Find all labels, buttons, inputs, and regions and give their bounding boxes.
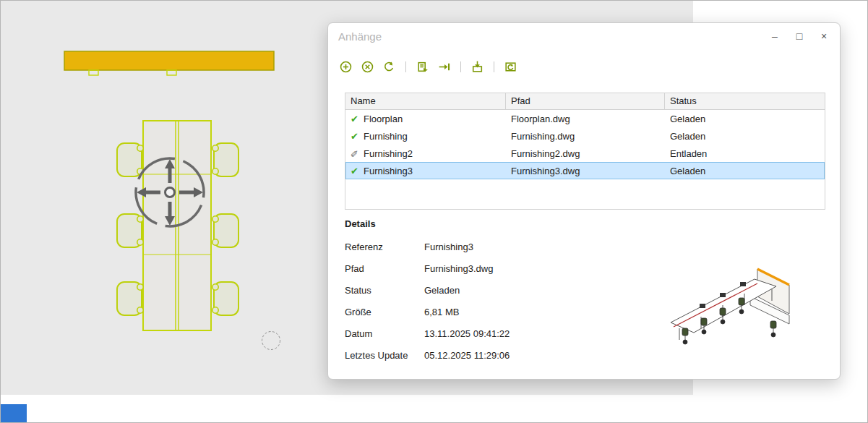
open-button[interactable] <box>416 60 429 74</box>
chair-entity[interactable] <box>117 143 143 176</box>
detail-row: Pfad Furnishing3.dwg <box>345 257 510 279</box>
detail-row: Größe 6,81 MB <box>345 301 510 322</box>
unloaded-icon: ✎ <box>349 148 360 159</box>
attachment-name: Floorplan <box>364 114 403 124</box>
unload-icon <box>437 60 451 74</box>
table-row[interactable]: ✔ Furnishing Furnishing.dwg Geladen <box>345 127 825 145</box>
sideboard-foot <box>89 70 98 75</box>
detail-label: Größe <box>345 307 424 317</box>
attachment-status: Entladen <box>665 148 825 159</box>
maximize-button[interactable]: □ <box>794 30 805 43</box>
detail-value: 05.12.2025 11:29:06 <box>424 350 510 361</box>
application-window: Anhänge – □ × <box>0 0 868 423</box>
attachment-path: Furnishing3.dwg <box>506 166 665 176</box>
reload-all-button[interactable] <box>504 60 517 74</box>
attachment-status: Geladen <box>665 166 825 176</box>
loaded-check-icon: ✔ <box>348 114 361 124</box>
table-row[interactable]: ✎ Furnishing2 Furnishing2.dwg Entladen <box>345 145 825 162</box>
unload-button[interactable] <box>437 60 451 74</box>
detail-label: Referenz <box>345 242 424 252</box>
close-button[interactable]: × <box>818 30 830 43</box>
attachment-preview-thumbnail <box>665 240 806 359</box>
attachment-name: Furnishing2 <box>364 148 413 159</box>
table-header: Name Pfad Status <box>345 93 825 110</box>
attachments-table: Name Pfad Status ✔ Floorplan Floorplan.d… <box>345 93 825 210</box>
sideboard-entity[interactable] <box>64 51 274 70</box>
attach-button[interactable] <box>339 60 353 74</box>
attachment-status: Geladen <box>665 131 825 142</box>
detach-icon <box>361 60 374 74</box>
detail-label: Status <box>345 285 424 296</box>
detail-row: Referenz Furnishing3 <box>345 236 510 257</box>
reload-all-icon <box>504 60 517 74</box>
detail-row: Status Geladen <box>345 279 510 301</box>
loaded-check-icon: ✔ <box>348 166 361 176</box>
window-controls: – □ × <box>769 30 830 43</box>
open-icon <box>416 60 429 74</box>
details-panel: Referenz Furnishing3 Pfad Furnishing3.dw… <box>345 236 510 366</box>
chair-entity[interactable] <box>212 143 239 176</box>
column-header-name[interactable]: Name <box>345 93 506 109</box>
update-icon <box>470 60 484 74</box>
chair-entity[interactable] <box>212 282 239 315</box>
toolbar-divider <box>494 61 494 72</box>
toolbar-divider <box>460 61 461 72</box>
detail-label: Letztes Update <box>345 350 424 361</box>
update-button[interactable] <box>470 60 484 74</box>
attach-icon <box>339 60 353 74</box>
detail-value: 6,81 MB <box>424 307 459 317</box>
reload-icon <box>382 60 396 74</box>
detail-row: Datum 13.11.2025 09:41:22 <box>345 322 510 344</box>
minimize-button[interactable]: – <box>769 30 781 43</box>
detail-label: Pfad <box>345 263 424 274</box>
attachment-name: Furnishing3 <box>364 166 413 176</box>
chair-entity[interactable] <box>212 214 239 247</box>
table-row-selected[interactable]: ✔ Furnishing3 Furnishing3.dwg Geladen <box>345 162 825 179</box>
detach-button[interactable] <box>361 60 374 74</box>
attachment-path: Floorplan.dwg <box>506 114 665 124</box>
chair-entity[interactable] <box>117 282 143 315</box>
attachments-dialog: Anhänge – □ × <box>327 22 841 380</box>
attachment-path: Furnishing2.dwg <box>506 148 665 159</box>
detail-row: Letztes Update 05.12.2025 11:29:06 <box>345 344 510 366</box>
details-heading: Details <box>345 218 376 229</box>
dialog-title: Anhänge <box>338 30 382 43</box>
reload-button[interactable] <box>382 60 396 74</box>
taskbar-accent-block <box>1 404 27 423</box>
chair-entity[interactable] <box>117 214 143 247</box>
sideboard-foot <box>167 70 176 75</box>
column-header-status[interactable]: Status <box>665 93 825 109</box>
attachments-toolbar <box>339 59 517 74</box>
attachment-name: Furnishing <box>364 131 408 142</box>
attachment-path: Furnishing.dwg <box>506 131 665 142</box>
detail-value: Furnishing3.dwg <box>424 263 493 274</box>
column-header-pfad[interactable]: Pfad <box>506 93 665 109</box>
toolbar-divider <box>405 61 406 72</box>
loaded-check-icon: ✔ <box>348 131 361 142</box>
detail-label: Datum <box>345 328 424 339</box>
table-row[interactable]: ✔ Floorplan Floorplan.dwg Geladen <box>345 110 825 127</box>
detail-value: Geladen <box>424 285 460 296</box>
detail-value: Furnishing3 <box>424 242 473 252</box>
detail-value: 13.11.2025 09:41:22 <box>424 328 510 339</box>
attachment-status: Geladen <box>665 114 825 124</box>
preview-3d-image <box>665 240 806 359</box>
cursor-circle <box>262 332 280 350</box>
